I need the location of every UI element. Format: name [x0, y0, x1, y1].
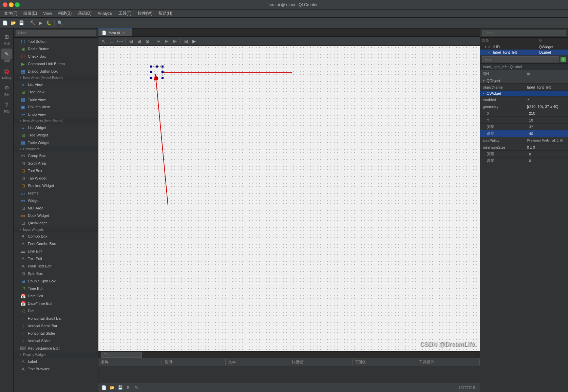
prop-row-x[interactable]: X 210 [480, 110, 568, 117]
align-left-btn[interactable]: ⊫ [155, 37, 162, 45]
widget-item-table-view[interactable]: ▦ Table View [14, 96, 98, 103]
layout-v-btn[interactable]: ⊞ [135, 37, 143, 45]
tab-form-ui[interactable]: 📄 form.ui ✕ [98, 29, 132, 36]
widget-item-check-box[interactable]: ☑ Check Box [14, 53, 98, 60]
section-input-widgets[interactable]: Input Widgets [14, 227, 98, 232]
widget-item-double-spin-box[interactable]: ⊞ Double Spin Box [14, 277, 98, 285]
widget-item-scroll-area[interactable]: ⊡ Scroll Area [14, 160, 98, 167]
canvas-area[interactable]: CSDN @DreamLife. [98, 46, 480, 351]
props-add-btn[interactable]: + [561, 57, 566, 62]
handle-bottom-center[interactable] [156, 77, 158, 79]
prop-row-y[interactable]: Y 10 [480, 117, 568, 124]
bottom-save-btn[interactable]: 💾 [117, 384, 124, 391]
widget-item-vertical-slider[interactable]: ↕ Vertical Slider [14, 337, 98, 344]
widget-item-tree-view[interactable]: ⊞ Tree View [14, 88, 98, 96]
bottom-open-btn[interactable]: 📂 [109, 384, 115, 391]
layout-grid-btn[interactable]: ⊠ [144, 37, 151, 45]
locate-btn[interactable]: 🔍 [56, 19, 64, 27]
prop-section-qwidget[interactable]: ▼ QWidget [480, 91, 568, 96]
menu-help[interactable]: 帮助(H) [156, 10, 175, 17]
prop-row-objectname[interactable]: objectName label_light_left [480, 84, 568, 91]
widget-item-vertical-scroll-bar[interactable]: ↕ Vertical Scroll Bar [14, 322, 98, 330]
welcome-icon[interactable]: ⊞ [1, 31, 12, 42]
widget-item-dial[interactable]: ◎ Dial [14, 307, 98, 315]
bottom-filter-input[interactable] [101, 352, 142, 358]
widget-item-combo-box[interactable]: ▼ Combo Box [14, 232, 98, 240]
widget-item-horizontal-slider[interactable]: ↔ Horizontal Slider [14, 330, 98, 337]
widget-item-mdi-area[interactable]: ⊡ MDI Area [14, 204, 98, 212]
maximize-button[interactable] [15, 2, 20, 7]
project-icon[interactable]: ⚙ [1, 82, 12, 93]
menu-analyze[interactable]: Analyze [95, 11, 115, 17]
widget-item-datetime-edit[interactable]: 📅 Date/Time Edit [14, 300, 98, 307]
menu-file[interactable]: 文件(F) [1, 10, 20, 17]
handle-mid-left[interactable] [150, 71, 152, 73]
layout-h-btn[interactable]: ⊟ [127, 37, 135, 45]
widget-item-undo-view[interactable]: ↩ Undo View [14, 111, 98, 118]
handle-top-center[interactable] [156, 66, 158, 68]
obj-row-hud[interactable]: ▼ ≡ HUD QWidget [480, 44, 568, 50]
pointer-tool-btn[interactable]: ↖ [100, 37, 107, 45]
prop-row-minsize[interactable]: minimumSize 0 x 0 [480, 144, 568, 151]
widget-item-stacked-widget[interactable]: ⊡ Stacked Widget [14, 182, 98, 189]
widget-item-tool-box[interactable]: ⊡ Tool Box [14, 167, 98, 174]
activity-help[interactable]: ? 帮助 [1, 99, 12, 114]
activity-debug[interactable]: 🐞 Debug [1, 66, 12, 79]
widget-item-spin-box[interactable]: ⊞ Spin Box [14, 270, 98, 277]
grid-snap-btn[interactable]: ⊞ [182, 37, 190, 45]
canvas-dotted[interactable] [98, 46, 480, 351]
section-containers[interactable]: Containers [14, 146, 98, 152]
handle-bottom-left[interactable] [150, 77, 152, 79]
props-filter-input[interactable] [482, 56, 559, 62]
selected-widget[interactable] [151, 66, 163, 78]
widget-item-horizontal-scroll-bar[interactable]: ↔ Horizontal Scroll Bar [14, 315, 98, 322]
menu-controls[interactable]: 控件(W) [135, 10, 155, 17]
handle-top-right[interactable] [162, 66, 164, 68]
handle-top-left[interactable] [150, 66, 152, 68]
widget-item-dock-widget[interactable]: ▭ Dock Widget [14, 212, 98, 219]
minimize-button[interactable] [9, 2, 14, 7]
obj-row-label-light[interactable]: 🏷 label_light_left QLabel [480, 50, 568, 55]
save-btn[interactable]: 💾 [18, 19, 25, 27]
section-item-views[interactable]: Item Views (Model-Based) [14, 75, 98, 81]
build-btn[interactable]: 🔨 [29, 19, 36, 27]
widget-item-list-view[interactable]: ≡ List View [14, 81, 98, 88]
widget-item-tree-widget[interactable]: ⊞ Tree Widget [14, 131, 98, 139]
widget-item-list-widget[interactable]: ≡ List Widget [14, 124, 98, 131]
widget-item-plain-text-edit[interactable]: A Plain Text Edit [14, 262, 98, 270]
bottom-edit-btn[interactable]: ✎ [133, 384, 140, 391]
menu-edit[interactable]: 编辑(E) [21, 10, 40, 17]
widget-item-font-combo-box[interactable]: A Font Combo Box [14, 240, 98, 247]
menu-view[interactable]: View [40, 11, 55, 17]
section-item-widgets[interactable]: Item Widgets (Item-Based) [14, 118, 98, 124]
bottom-delete-btn[interactable]: 🗑 [125, 384, 132, 391]
run-btn[interactable]: ▶ [37, 19, 44, 27]
close-button[interactable] [3, 2, 7, 7]
help-icon[interactable]: ? [1, 99, 12, 110]
widget-item-tool-button[interactable]: ☐ Tool Button [14, 38, 98, 45]
widget-item-time-edit[interactable]: ⏱ Time Edit [14, 285, 98, 292]
prop-row-height[interactable]: 高度 40 [480, 130, 568, 137]
widget-item-command-link[interactable]: ▶ Command Link Button [14, 60, 98, 68]
connect-tool-btn[interactable]: ⟷ [116, 37, 124, 45]
widget-item-tab-widget[interactable]: ⊡ Tab Widget [14, 174, 98, 182]
widget-item-text-edit[interactable]: A Text Edit [14, 255, 98, 262]
widget-item-frame[interactable]: ▭ Frame [14, 189, 98, 197]
handle-bottom-right[interactable] [162, 77, 164, 79]
widget-item-widget[interactable]: ▭ Widget [14, 197, 98, 204]
handle-mid-right[interactable] [162, 71, 164, 73]
section-display-widgets[interactable]: Display Widgets [14, 352, 98, 358]
widget-item-date-edit[interactable]: 📅 Date Edit [14, 292, 98, 300]
widget-item-key-sequence-edit[interactable]: ⌨ Key Sequence Edit [14, 344, 98, 352]
prop-row-width[interactable]: 宽度 37 [480, 124, 568, 130]
widget-item-label[interactable]: A Label [14, 358, 98, 365]
preview-btn[interactable]: ▶ [190, 37, 198, 45]
menu-debug[interactable]: 调试(D) [75, 10, 94, 17]
debug-icon[interactable]: 🐞 [1, 66, 12, 77]
edit-icon[interactable]: ✎ [1, 49, 12, 59]
tab-close-icon[interactable]: ✕ [122, 31, 125, 35]
widget-item-qax-widget[interactable]: ⊡ QAxWidget [14, 219, 98, 227]
prop-row-enabled[interactable]: enabled ✓ [480, 96, 568, 103]
debug-btn[interactable]: 🐛 [45, 19, 53, 27]
prop-row-sizepolicy[interactable]: sizePolicy [Preferred, Preferred, 0, 0] [480, 137, 568, 144]
